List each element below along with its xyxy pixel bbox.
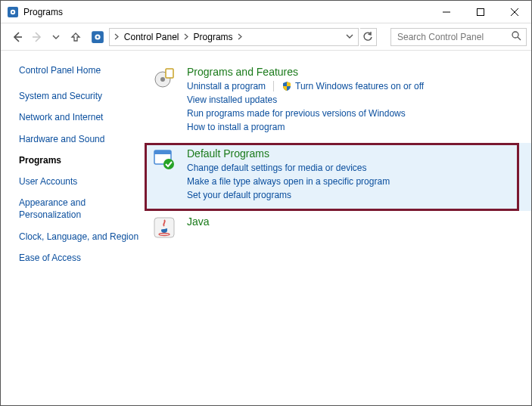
programs-features-icon	[152, 66, 176, 90]
java-icon	[152, 215, 176, 240]
link-uninstall-program[interactable]: Uninstall a program	[187, 81, 274, 91]
shield-icon	[282, 81, 292, 91]
search-input[interactable]: Search Control Panel	[390, 28, 527, 46]
content-area: Programs and Features Uninstall a progra…	[145, 51, 531, 405]
chevron-right-icon[interactable]	[236, 33, 244, 40]
sidebar: Control Panel Home System and Security N…	[1, 51, 145, 405]
section-java: Java	[145, 211, 531, 247]
sidebar-item-control-panel-home[interactable]: Control Panel Home	[19, 64, 140, 76]
forward-button[interactable]	[28, 26, 46, 48]
link-view-updates[interactable]: View installed updates	[187, 95, 285, 105]
sidebar-item-system-security[interactable]: System and Security	[19, 90, 140, 102]
svg-point-2	[12, 11, 14, 13]
breadcrumb-programs[interactable]: Programs	[191, 32, 236, 42]
maximize-button[interactable]	[463, 1, 497, 23]
link-filetype-assoc[interactable]: Make a file type always open in a specif…	[187, 176, 397, 187]
sidebar-item-programs[interactable]: Programs	[19, 154, 140, 166]
svg-rect-4	[477, 8, 484, 15]
breadcrumb-control-panel[interactable]: Control Panel	[121, 32, 182, 42]
title-bar: Programs	[1, 1, 531, 23]
svg-point-11	[96, 36, 98, 38]
address-dropdown[interactable]	[346, 32, 358, 42]
link-media-defaults[interactable]: Change default settings for media or dev…	[187, 163, 374, 173]
back-button[interactable]	[8, 26, 26, 48]
chevron-right-icon[interactable]	[182, 33, 191, 40]
navigation-bar: Control Panel Programs Search Control Pa…	[1, 23, 531, 51]
refresh-button[interactable]	[360, 28, 377, 46]
sidebar-item-appearance[interactable]: Appearance and Personalization	[19, 197, 140, 221]
close-button[interactable]	[497, 1, 531, 23]
default-programs-icon	[152, 147, 176, 172]
section-programs-features: Programs and Features Uninstall a progra…	[145, 61, 531, 143]
window-title: Programs	[23, 7, 63, 17]
sidebar-item-network-internet[interactable]: Network and Internet	[19, 111, 140, 123]
link-label: Turn Windows features on or off	[295, 81, 424, 91]
svg-point-12	[512, 32, 518, 38]
search-icon	[511, 30, 521, 43]
address-bar-icon	[91, 29, 104, 45]
svg-rect-18	[154, 150, 171, 154]
section-default-programs: Default Programs Change default settings…	[145, 143, 531, 211]
chevron-right-icon[interactable]	[113, 33, 121, 40]
search-placeholder: Search Control Panel	[397, 32, 511, 42]
section-title[interactable]: Default Programs	[187, 147, 524, 160]
sidebar-item-clock-language[interactable]: Clock, Language, and Region	[19, 231, 140, 243]
minimize-button[interactable]	[429, 1, 463, 23]
recent-locations-dropdown[interactable]	[47, 26, 65, 48]
sidebar-item-ease-of-access[interactable]: Ease of Access	[19, 252, 140, 264]
up-button[interactable]	[67, 26, 85, 48]
link-windows-features[interactable]: Turn Windows features on or off	[282, 81, 431, 91]
svg-point-15	[160, 77, 165, 82]
svg-line-13	[518, 37, 521, 40]
sidebar-item-hardware-sound[interactable]: Hardware and Sound	[19, 133, 140, 145]
svg-rect-16	[166, 69, 173, 78]
link-how-install[interactable]: How to install a program	[187, 122, 292, 132]
address-bar[interactable]: Control Panel Programs	[109, 28, 359, 46]
sidebar-item-user-accounts[interactable]: User Accounts	[19, 175, 140, 188]
link-run-compat[interactable]: Run programs made for previous versions …	[187, 108, 413, 119]
section-title[interactable]: Java	[187, 215, 524, 228]
link-set-defaults[interactable]: Set your default programs	[187, 190, 299, 200]
svg-point-19	[163, 159, 174, 169]
section-title[interactable]: Programs and Features	[187, 66, 524, 78]
app-icon	[7, 6, 19, 18]
